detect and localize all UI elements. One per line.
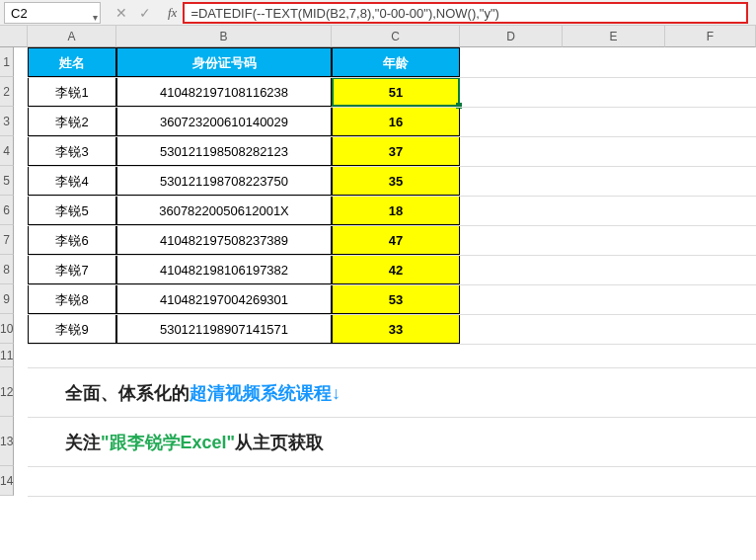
name-box-value: C2 — [11, 6, 28, 21]
formula-input[interactable]: =DATEDIF(--TEXT(MID(B2,7,8),"0-00-00"),N… — [183, 2, 748, 24]
row-header-9[interactable]: 9 — [0, 284, 14, 314]
worksheet: ABCDEF 1234567891011121314 姓名身份证号码年龄李锐14… — [0, 26, 756, 47]
cell-id[interactable]: 410482197508237389 — [116, 225, 332, 255]
header-name[interactable]: 姓名 — [28, 47, 116, 77]
cell-name[interactable]: 李锐1 — [28, 77, 116, 107]
table-row: 李锐841048219700426930153 — [28, 284, 460, 314]
row-header-12[interactable]: 12 — [0, 367, 14, 417]
cell-name[interactable]: 李锐4 — [28, 166, 116, 196]
cell-name[interactable]: 李锐2 — [28, 107, 116, 136]
cell-age[interactable]: 51 — [332, 77, 460, 107]
cell-name[interactable]: 李锐7 — [28, 255, 116, 284]
cell-age[interactable]: 53 — [332, 284, 460, 314]
cell-id[interactable]: 410482198106197382 — [116, 255, 332, 284]
cell-id[interactable]: 36078220050612001X — [116, 196, 332, 225]
cell-age[interactable]: 33 — [332, 314, 460, 344]
enter-icon[interactable]: ✓ — [136, 5, 154, 21]
promo-line-1: 全面、体系化的超清视频系统课程↓ — [65, 381, 340, 405]
cell-id[interactable]: 360723200610140029 — [116, 107, 332, 136]
row-header-1[interactable]: 1 — [0, 47, 14, 77]
col-header-D[interactable]: D — [460, 26, 563, 47]
cell-age[interactable]: 18 — [332, 196, 460, 225]
formula-text: =DATEDIF(--TEXT(MID(B2,7,8),"0-00-00"),N… — [190, 6, 499, 21]
formula-bar: C2 ▾ ✕ ✓ fx =DATEDIF(--TEXT(MID(B2,7,8),… — [0, 0, 756, 26]
row-headers: 1234567891011121314 — [0, 47, 14, 496]
row-header-11[interactable]: 11 — [0, 344, 14, 367]
row-header-6[interactable]: 6 — [0, 196, 14, 225]
row-header-10[interactable]: 10 — [0, 314, 14, 344]
select-all-corner[interactable] — [0, 26, 28, 47]
row-header-8[interactable]: 8 — [0, 255, 14, 284]
column-headers: ABCDEF — [28, 26, 756, 47]
col-header-B[interactable]: B — [116, 26, 332, 47]
cell-id[interactable]: 530121198708223750 — [116, 166, 332, 196]
row-header-14[interactable]: 14 — [0, 466, 14, 496]
cell-name[interactable]: 李锐3 — [28, 136, 116, 166]
row-header-13[interactable]: 13 — [0, 417, 14, 466]
col-header-F[interactable]: F — [665, 26, 756, 47]
table-row: 李锐141048219710811623851 — [28, 77, 460, 107]
header-age[interactable]: 年龄 — [332, 47, 460, 77]
table-row: 李锐536078220050612001X18 — [28, 196, 460, 225]
cell-name[interactable]: 李锐9 — [28, 314, 116, 344]
cell-age[interactable]: 47 — [332, 225, 460, 255]
cancel-icon[interactable]: ✕ — [113, 5, 130, 21]
cell-age[interactable]: 16 — [332, 107, 460, 136]
row-header-4[interactable]: 4 — [0, 136, 14, 166]
table-row: 李锐353012119850828212337 — [28, 136, 460, 166]
row-header-7[interactable]: 7 — [0, 225, 14, 255]
formula-buttons: ✕ ✓ — [105, 5, 162, 21]
col-header-A[interactable]: A — [28, 26, 116, 47]
row-header-2[interactable]: 2 — [0, 77, 14, 107]
cell-id[interactable]: 530121198907141571 — [116, 314, 332, 344]
name-box[interactable]: C2 ▾ — [4, 2, 101, 24]
cell-age[interactable]: 37 — [332, 136, 460, 166]
cell-id[interactable]: 410482197108116238 — [116, 77, 332, 107]
col-header-E[interactable]: E — [563, 26, 665, 47]
header-id[interactable]: 身份证号码 — [116, 47, 332, 77]
cell-age[interactable]: 42 — [332, 255, 460, 284]
table-row: 李锐953012119890714157133 — [28, 314, 460, 344]
cell-id[interactable]: 410482197004269301 — [116, 284, 332, 314]
table-row: 李锐236072320061014002916 — [28, 107, 460, 136]
fx-icon[interactable]: fx — [162, 5, 183, 21]
cell-name[interactable]: 李锐6 — [28, 225, 116, 255]
fill-handle[interactable] — [456, 103, 462, 109]
promo-line-2: 关注"跟李锐学Excel"从主页获取 — [65, 431, 324, 454]
row-header-5[interactable]: 5 — [0, 166, 14, 196]
col-header-C[interactable]: C — [332, 26, 460, 47]
cell-id[interactable]: 530121198508282123 — [116, 136, 332, 166]
table-row: 李锐641048219750823738947 — [28, 225, 460, 255]
cell-name[interactable]: 李锐8 — [28, 284, 116, 314]
cell-name[interactable]: 李锐5 — [28, 196, 116, 225]
table-row: 李锐741048219810619738242 — [28, 255, 460, 284]
row-header-3[interactable]: 3 — [0, 107, 14, 136]
cell-age[interactable]: 35 — [332, 166, 460, 196]
table-row: 李锐453012119870822375035 — [28, 166, 460, 196]
